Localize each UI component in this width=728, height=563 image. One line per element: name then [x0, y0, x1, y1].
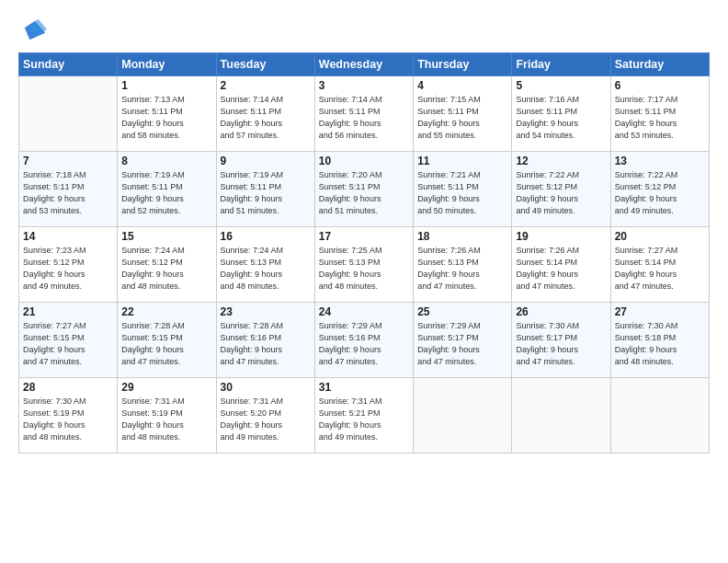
calendar-cell: 14Sunrise: 7:23 AM Sunset: 5:12 PM Dayli…	[19, 227, 118, 303]
day-info: Sunrise: 7:24 AM Sunset: 5:12 PM Dayligh…	[121, 245, 211, 293]
day-info: Sunrise: 7:30 AM Sunset: 5:18 PM Dayligh…	[615, 320, 705, 368]
calendar-cell: 29Sunrise: 7:31 AM Sunset: 5:19 PM Dayli…	[118, 378, 216, 454]
calendar-cell: 30Sunrise: 7:31 AM Sunset: 5:20 PM Dayli…	[216, 378, 314, 454]
calendar-cell: 25Sunrise: 7:29 AM Sunset: 5:17 PM Dayli…	[414, 303, 512, 378]
day-number: 10	[319, 155, 409, 167]
logo-icon	[21, 17, 47, 43]
day-number: 4	[417, 79, 507, 92]
calendar-cell	[414, 378, 512, 454]
day-info: Sunrise: 7:27 AM Sunset: 5:14 PM Dayligh…	[615, 245, 705, 293]
day-number: 13	[615, 155, 705, 167]
day-number: 8	[121, 155, 211, 167]
day-number: 15	[121, 230, 211, 243]
calendar-cell	[19, 76, 118, 152]
day-info: Sunrise: 7:21 AM Sunset: 5:11 PM Dayligh…	[417, 169, 507, 217]
day-info: Sunrise: 7:27 AM Sunset: 5:15 PM Dayligh…	[23, 320, 113, 368]
day-number: 28	[23, 381, 113, 394]
calendar-cell: 16Sunrise: 7:24 AM Sunset: 5:13 PM Dayli…	[216, 227, 314, 303]
day-of-week-header: Wednesday	[314, 53, 413, 76]
day-of-week-header: Thursday	[414, 53, 512, 76]
day-number: 23	[221, 305, 311, 318]
day-number: 16	[221, 230, 311, 243]
calendar-header-row: SundayMondayTuesdayWednesdayThursdayFrid…	[19, 53, 710, 76]
day-number: 14	[23, 230, 113, 243]
calendar-cell: 9Sunrise: 7:19 AM Sunset: 5:11 PM Daylig…	[216, 152, 314, 227]
day-number: 30	[221, 381, 311, 394]
calendar-cell: 31Sunrise: 7:31 AM Sunset: 5:21 PM Dayli…	[314, 378, 413, 454]
day-number: 1	[121, 79, 211, 92]
calendar-cell: 6Sunrise: 7:17 AM Sunset: 5:11 PM Daylig…	[610, 76, 709, 152]
calendar-cell: 7Sunrise: 7:18 AM Sunset: 5:11 PM Daylig…	[19, 152, 118, 227]
day-info: Sunrise: 7:23 AM Sunset: 5:12 PM Dayligh…	[23, 245, 113, 293]
calendar-cell: 8Sunrise: 7:19 AM Sunset: 5:11 PM Daylig…	[118, 152, 216, 227]
day-info: Sunrise: 7:26 AM Sunset: 5:13 PM Dayligh…	[417, 245, 507, 293]
day-info: Sunrise: 7:29 AM Sunset: 5:16 PM Dayligh…	[319, 320, 409, 368]
calendar-cell: 4Sunrise: 7:15 AM Sunset: 5:11 PM Daylig…	[414, 76, 512, 152]
day-number: 7	[23, 155, 113, 167]
calendar-cell	[512, 378, 610, 454]
calendar-cell: 19Sunrise: 7:26 AM Sunset: 5:14 PM Dayli…	[512, 227, 610, 303]
calendar-cell: 2Sunrise: 7:14 AM Sunset: 5:11 PM Daylig…	[216, 76, 314, 152]
day-info: Sunrise: 7:24 AM Sunset: 5:13 PM Dayligh…	[221, 245, 311, 293]
day-number: 2	[221, 79, 311, 92]
day-info: Sunrise: 7:31 AM Sunset: 5:19 PM Dayligh…	[121, 396, 211, 443]
calendar-week-row: 28Sunrise: 7:30 AM Sunset: 5:19 PM Dayli…	[19, 378, 710, 454]
logo	[18, 17, 47, 43]
calendar-cell	[610, 378, 709, 454]
calendar-cell: 24Sunrise: 7:29 AM Sunset: 5:16 PM Dayli…	[314, 303, 413, 378]
day-info: Sunrise: 7:20 AM Sunset: 5:11 PM Dayligh…	[319, 169, 409, 217]
day-number: 3	[319, 79, 409, 92]
calendar-cell: 28Sunrise: 7:30 AM Sunset: 5:19 PM Dayli…	[19, 378, 118, 454]
calendar-table: SundayMondayTuesdayWednesdayThursdayFrid…	[18, 52, 710, 454]
day-info: Sunrise: 7:14 AM Sunset: 5:11 PM Dayligh…	[221, 94, 311, 142]
day-of-week-header: Saturday	[610, 53, 709, 76]
day-info: Sunrise: 7:15 AM Sunset: 5:11 PM Dayligh…	[417, 94, 507, 142]
day-info: Sunrise: 7:17 AM Sunset: 5:11 PM Dayligh…	[615, 94, 705, 142]
calendar-cell: 20Sunrise: 7:27 AM Sunset: 5:14 PM Dayli…	[610, 227, 709, 303]
calendar-cell: 10Sunrise: 7:20 AM Sunset: 5:11 PM Dayli…	[314, 152, 413, 227]
header	[18, 14, 710, 43]
day-number: 26	[516, 305, 606, 318]
calendar-week-row: 7Sunrise: 7:18 AM Sunset: 5:11 PM Daylig…	[19, 152, 710, 227]
day-info: Sunrise: 7:14 AM Sunset: 5:11 PM Dayligh…	[319, 94, 409, 142]
day-number: 17	[319, 230, 409, 243]
day-number: 21	[23, 305, 113, 318]
calendar-cell: 26Sunrise: 7:30 AM Sunset: 5:17 PM Dayli…	[512, 303, 610, 378]
day-number: 25	[417, 305, 507, 318]
day-of-week-header: Sunday	[19, 53, 118, 76]
day-info: Sunrise: 7:19 AM Sunset: 5:11 PM Dayligh…	[221, 169, 311, 217]
calendar-cell: 27Sunrise: 7:30 AM Sunset: 5:18 PM Dayli…	[610, 303, 709, 378]
day-info: Sunrise: 7:29 AM Sunset: 5:17 PM Dayligh…	[417, 320, 507, 368]
day-number: 31	[319, 381, 409, 394]
calendar-cell: 13Sunrise: 7:22 AM Sunset: 5:12 PM Dayli…	[610, 152, 709, 227]
calendar-cell: 1Sunrise: 7:13 AM Sunset: 5:11 PM Daylig…	[118, 76, 216, 152]
day-info: Sunrise: 7:31 AM Sunset: 5:21 PM Dayligh…	[319, 396, 409, 443]
day-info: Sunrise: 7:30 AM Sunset: 5:17 PM Dayligh…	[516, 320, 606, 368]
calendar-cell: 3Sunrise: 7:14 AM Sunset: 5:11 PM Daylig…	[314, 76, 413, 152]
calendar-cell: 23Sunrise: 7:28 AM Sunset: 5:16 PM Dayli…	[216, 303, 314, 378]
day-of-week-header: Tuesday	[216, 53, 314, 76]
day-info: Sunrise: 7:16 AM Sunset: 5:11 PM Dayligh…	[516, 94, 606, 142]
calendar-cell: 11Sunrise: 7:21 AM Sunset: 5:11 PM Dayli…	[414, 152, 512, 227]
calendar-cell: 17Sunrise: 7:25 AM Sunset: 5:13 PM Dayli…	[314, 227, 413, 303]
day-info: Sunrise: 7:22 AM Sunset: 5:12 PM Dayligh…	[516, 169, 606, 217]
day-of-week-header: Friday	[512, 53, 610, 76]
day-number: 11	[417, 155, 507, 167]
calendar-cell: 5Sunrise: 7:16 AM Sunset: 5:11 PM Daylig…	[512, 76, 610, 152]
day-number: 29	[121, 381, 211, 394]
calendar-cell: 18Sunrise: 7:26 AM Sunset: 5:13 PM Dayli…	[414, 227, 512, 303]
day-number: 27	[615, 305, 705, 318]
calendar-week-row: 14Sunrise: 7:23 AM Sunset: 5:12 PM Dayli…	[19, 227, 710, 303]
calendar-cell: 15Sunrise: 7:24 AM Sunset: 5:12 PM Dayli…	[118, 227, 216, 303]
day-number: 6	[615, 79, 705, 92]
day-info: Sunrise: 7:25 AM Sunset: 5:13 PM Dayligh…	[319, 245, 409, 293]
day-number: 18	[417, 230, 507, 243]
day-number: 19	[516, 230, 606, 243]
day-info: Sunrise: 7:13 AM Sunset: 5:11 PM Dayligh…	[121, 94, 211, 142]
calendar-cell: 12Sunrise: 7:22 AM Sunset: 5:12 PM Dayli…	[512, 152, 610, 227]
day-number: 9	[221, 155, 311, 167]
day-info: Sunrise: 7:30 AM Sunset: 5:19 PM Dayligh…	[23, 396, 113, 443]
calendar-cell: 21Sunrise: 7:27 AM Sunset: 5:15 PM Dayli…	[19, 303, 118, 378]
day-info: Sunrise: 7:19 AM Sunset: 5:11 PM Dayligh…	[121, 169, 211, 217]
day-info: Sunrise: 7:22 AM Sunset: 5:12 PM Dayligh…	[615, 169, 705, 217]
